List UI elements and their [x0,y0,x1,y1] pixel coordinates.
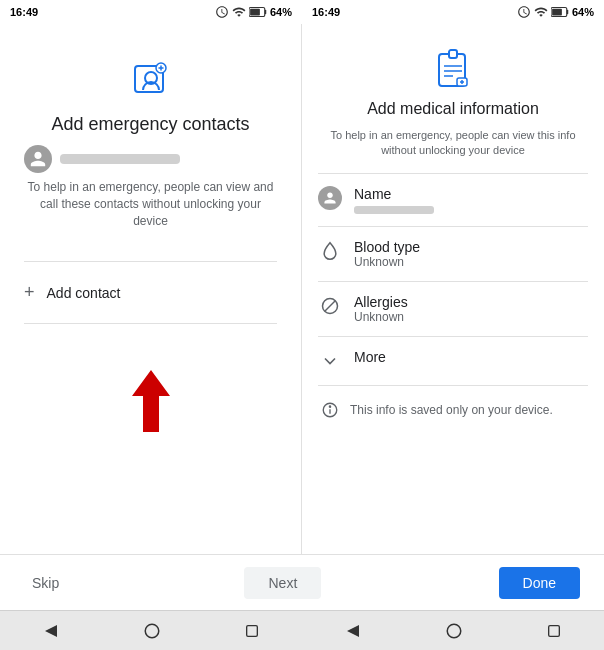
blood-type-icon [318,239,342,263]
more-content: More [354,349,386,365]
allergies-icon [318,294,342,318]
right-battery: 64% [572,6,594,18]
more-chevron-icon [318,349,342,373]
right-status-icons: 64% [517,5,594,19]
notice-row: This info is saved only on your device. [318,386,588,434]
svg-rect-5 [552,9,562,16]
action-buttons-row: Skip Next Done [0,554,604,610]
svg-rect-2 [250,9,260,16]
left-phone-nav [0,622,302,640]
svg-rect-27 [247,625,258,636]
blood-type-value: Unknown [354,255,420,269]
dual-status-bar: 16:49 64% 16:49 64% [0,0,604,24]
allergies-label: Allergies [354,294,408,310]
svg-rect-1 [265,10,267,15]
svg-point-26 [145,624,159,638]
left-status-bar: 16:49 64% [0,0,302,24]
emergency-contacts-icon [127,54,175,102]
svg-marker-25 [45,625,57,637]
skip-button[interactable]: Skip [24,567,67,599]
right-time: 16:49 [312,6,340,18]
allergies-row[interactable]: Allergies Unknown [318,282,588,337]
right-panel: Add medical information To help in an em… [302,24,604,554]
phone-nav-bar [0,610,604,650]
left-panel: Add emergency contacts To help in an eme… [0,24,302,554]
svg-rect-13 [449,50,457,58]
plus-icon: + [24,282,35,303]
arrow-container [126,366,176,436]
allergies-value: Unknown [354,310,408,324]
notice-text: This info is saved only on your device. [350,403,553,417]
divider-top [24,261,277,262]
up-arrow-icon [126,366,176,436]
home-button[interactable] [143,622,161,640]
name-avatar [318,186,342,210]
left-time: 16:49 [10,6,38,18]
done-button[interactable]: Done [499,567,580,599]
back-button[interactable] [42,622,60,640]
contact-name-blurred [60,154,180,164]
right-phone-nav [302,622,604,640]
divider-bottom [24,323,277,324]
right-status-bar: 16:49 64% [302,0,604,24]
more-label: More [354,349,386,365]
left-panel-subtitle: To help in an emergency, people can view… [24,179,277,229]
svg-point-24 [329,406,330,407]
left-battery: 64% [270,6,292,18]
blood-type-row[interactable]: Blood type Unknown [318,227,588,282]
svg-point-29 [447,624,461,638]
medical-info-icon [318,48,588,92]
name-content: Name [354,186,434,214]
right-panel-subtitle: To help in an emergency, people can view… [318,128,588,159]
svg-marker-28 [347,625,359,637]
left-status-icons: 64% [215,5,292,19]
add-contact-row[interactable]: + Add contact [24,274,277,311]
svg-marker-11 [132,370,170,432]
right-panel-title: Add medical information [318,100,588,118]
svg-rect-30 [549,625,560,636]
more-row[interactable]: More [318,337,588,386]
recents-button-right[interactable] [546,623,562,639]
next-button[interactable]: Next [244,567,321,599]
contact-avatar [24,145,52,173]
blood-type-content: Blood type Unknown [354,239,420,269]
back-button-right[interactable] [344,622,362,640]
info-icon [318,398,342,422]
home-button-right[interactable] [445,622,463,640]
allergies-content: Allergies Unknown [354,294,408,324]
add-contact-label: Add contact [47,285,121,301]
recents-button[interactable] [244,623,260,639]
svg-line-21 [325,301,335,311]
name-label: Name [354,186,434,202]
name-icon [318,186,342,210]
name-row[interactable]: Name [318,174,588,227]
panels-container: Add emergency contacts To help in an eme… [0,24,604,554]
left-panel-title: Add emergency contacts [51,114,249,135]
name-value-blurred [354,206,434,214]
contact-avatar-row [24,145,277,173]
svg-rect-4 [567,10,569,15]
blood-type-label: Blood type [354,239,420,255]
